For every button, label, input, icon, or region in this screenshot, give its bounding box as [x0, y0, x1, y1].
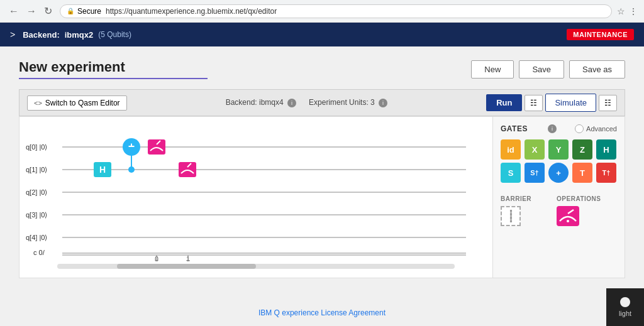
new-button[interactable]: New	[471, 60, 514, 79]
save-button[interactable]: Save	[519, 60, 564, 79]
scrollbar-track	[57, 264, 455, 269]
toolbar-right: Run ☷ Simulate ☷	[486, 94, 617, 112]
qubit-label-0: q[0] |0⟩	[26, 143, 47, 151]
backend-info: > Backend: ibmqx2 (5 Qubits)	[10, 30, 131, 40]
top-banner: > Backend: ibmqx2 (5 Qubits) MAINTENANCE	[0, 23, 644, 46]
gate-h[interactable]: H	[596, 139, 616, 160]
light-label: light	[619, 310, 631, 317]
toolbar-center: Backend: ibmqx4 i Experiment Units: 3 i	[226, 98, 387, 107]
circuit-container: q[0] |0⟩ q[1] |0⟩ q[2] |0⟩ q[3] |0⟩ q[4]…	[19, 116, 625, 278]
experiment-title: New experiment	[19, 59, 208, 79]
toggle-circle	[575, 124, 584, 133]
gates-info-icon[interactable]: i	[548, 124, 557, 133]
gate-y[interactable]: Y	[548, 139, 569, 160]
gate-id[interactable]: id	[501, 139, 521, 160]
qubit-label-3: q[3] |0⟩	[26, 211, 47, 219]
circuit-scrollbar[interactable]	[19, 261, 492, 271]
measure-gate[interactable]	[557, 206, 579, 226]
bookmark-button[interactable]: ☆	[617, 6, 625, 16]
gate-t-dagger[interactable]: T†	[596, 163, 616, 183]
experiment-units-label: Experiment Units: 3 i	[309, 98, 387, 107]
backend-info-icon[interactable]: i	[287, 99, 296, 107]
qubit-label-4: q[4] |0⟩	[26, 234, 47, 241]
editor-toolbar: <> Switch to Qasm Editor Backend: ibmqx4…	[19, 89, 625, 116]
simulate-button[interactable]: Simulate	[545, 94, 596, 112]
operations-label: OPERATIONS	[557, 195, 601, 202]
qubit-label-1: q[1] |0⟩	[26, 166, 47, 173]
run-button[interactable]: Run	[486, 94, 522, 111]
svg-point-22	[567, 220, 569, 222]
secure-label: Secure	[77, 7, 101, 16]
gate-t[interactable]: T	[572, 163, 592, 183]
svg-text:H: H	[99, 165, 106, 175]
barrier-gate[interactable]	[501, 206, 521, 226]
address-text: https://quantumexperience.ng.bluemix.net…	[106, 7, 277, 16]
backend-name-label: Backend: ibmqx4	[226, 98, 284, 107]
gates-header: GATES i Advanced	[501, 124, 617, 133]
menu-button[interactable]: ⋮	[629, 6, 638, 16]
forward-button[interactable]: →	[24, 4, 39, 18]
scrollbar-thumb	[117, 264, 256, 269]
toolbar-left: <> Switch to Qasm Editor	[27, 95, 127, 111]
gate-x[interactable]: X	[525, 139, 545, 160]
units-info-icon[interactable]: i	[379, 99, 387, 107]
gate-s[interactable]: S	[501, 163, 521, 183]
barrier-section: BARRIER	[501, 190, 531, 226]
save-as-button[interactable]: Save as	[569, 60, 625, 79]
backend-label: Backend:	[23, 30, 60, 40]
operations-section: OPERATIONS	[557, 190, 601, 226]
gates-title: GATES	[501, 124, 528, 133]
gate-z[interactable]: Z	[572, 139, 592, 160]
refresh-button[interactable]: ↻	[42, 4, 55, 18]
gate-cnot[interactable]: +	[548, 163, 569, 183]
barrier-ops-section: BARRIER OPERATIONS	[501, 190, 617, 226]
run-options-button[interactable]: ☷	[525, 95, 543, 111]
dark-corner: light	[606, 288, 644, 323]
footer: IBM Q experience License Agreement	[0, 302, 644, 323]
experiment-header: New experiment New Save Save as	[19, 59, 625, 79]
back-button[interactable]: ←	[6, 4, 21, 18]
experiment-title-section: New experiment	[19, 59, 208, 79]
barrier-line	[510, 210, 512, 222]
advanced-label: Advanced	[586, 125, 617, 133]
classical-label: c 0/	[33, 249, 45, 256]
lock-icon: 🔒	[67, 8, 74, 14]
units-label: Experiment Units: 3	[309, 98, 375, 107]
backend-qubits: (5 Qubits)	[98, 30, 131, 39]
gates-grid: id X Y Z H S S† + T T†	[501, 139, 617, 183]
light-dot	[620, 297, 630, 307]
address-bar[interactable]: 🔒 Secure https://quantumexperience.ng.bl…	[60, 4, 612, 18]
gates-panel: GATES i Advanced id X Y Z H S S† + T T†	[492, 117, 625, 278]
browser-actions: ☆ ⋮	[617, 6, 638, 16]
experiment-actions: New Save Save as	[471, 60, 625, 79]
browser-nav: ← → ↻	[6, 4, 55, 18]
advanced-toggle[interactable]: Advanced	[575, 124, 617, 133]
code-icon: <>	[34, 99, 42, 107]
license-link[interactable]: IBM Q experience License Agreement	[258, 308, 386, 317]
backend-info-label: Backend: ibmqx4 i	[226, 98, 296, 107]
gate-s-dagger[interactable]: S†	[525, 163, 545, 183]
maintenance-badge: MAINTENANCE	[567, 29, 634, 40]
qasm-btn-label: Switch to Qasm Editor	[45, 99, 120, 107]
backend-name: ibmqx2	[65, 30, 94, 40]
expand-arrow[interactable]: >	[10, 30, 15, 40]
measure-icon	[557, 207, 579, 225]
circuit-svg: q[0] |0⟩ q[1] |0⟩ q[2] |0⟩ q[3] |0⟩ q[4]…	[19, 123, 492, 261]
qasm-editor-button[interactable]: <> Switch to Qasm Editor	[27, 95, 127, 111]
browser-bar: ← → ↻ 🔒 Secure https://quantumexperience…	[0, 0, 644, 23]
qubit-label-2: q[2] |0⟩	[26, 188, 47, 196]
barrier-lines	[510, 210, 512, 222]
simulate-options-button[interactable]: ☷	[599, 95, 617, 111]
circuit-canvas: q[0] |0⟩ q[1] |0⟩ q[2] |0⟩ q[3] |0⟩ q[4]…	[19, 117, 492, 278]
main-content: New experiment New Save Save as <> Switc…	[0, 46, 644, 302]
svg-line-21	[568, 210, 574, 214]
barrier-label: BARRIER	[501, 195, 531, 202]
